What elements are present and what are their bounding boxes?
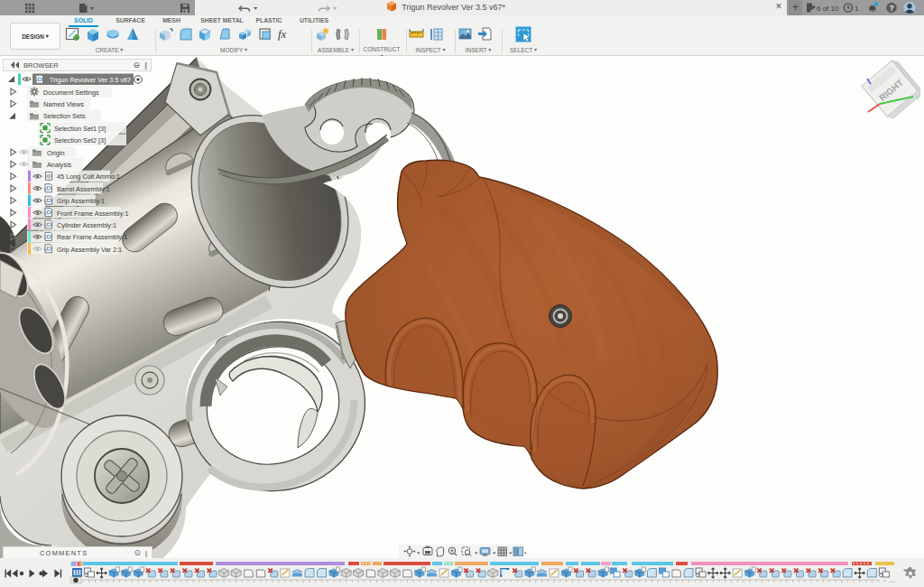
svg-text:Document Settings: Document Settings: [43, 89, 99, 97]
svg-text:Grip Assembly Var 2:1: Grip Assembly Var 2:1: [57, 246, 122, 254]
svg-text:fx: fx: [278, 27, 287, 41]
svg-text:...: ...: [889, 576, 895, 584]
svg-text:Barrel Assembly:1: Barrel Assembly:1: [57, 185, 110, 193]
svg-text:Cylinder Assembly:1: Cylinder Assembly:1: [57, 221, 116, 229]
svg-text:Rear Frame Assembly:1: Rear Frame Assembly:1: [57, 233, 127, 241]
svg-text:?: ?: [889, 4, 893, 13]
svg-text:Origin: Origin: [47, 149, 64, 157]
svg-text:45 Long Colt Ammo:1: 45 Long Colt Ammo:1: [57, 172, 120, 181]
svg-text:Front Frame Assembly:1: Front Frame Assembly:1: [57, 210, 128, 218]
svg-text:Named Views: Named Views: [43, 100, 84, 108]
svg-text:Selection Set1 [3]: Selection Set1 [3]: [54, 125, 106, 133]
svg-text:1: 1: [855, 5, 859, 13]
svg-text:Y: Y: [915, 93, 920, 102]
svg-text:Trigun Revolver Ver 3.5 v67: Trigun Revolver Ver 3.5 v67: [50, 76, 131, 84]
svg-text:Selection Set2 [3]: Selection Set2 [3]: [54, 136, 106, 144]
svg-text:6 of 10: 6 of 10: [817, 5, 839, 13]
svg-text:Grip Assembly:1: Grip Assembly:1: [57, 197, 105, 205]
svg-text:Analysis: Analysis: [47, 161, 72, 169]
svg-text:Selection Sets: Selection Sets: [43, 112, 86, 120]
